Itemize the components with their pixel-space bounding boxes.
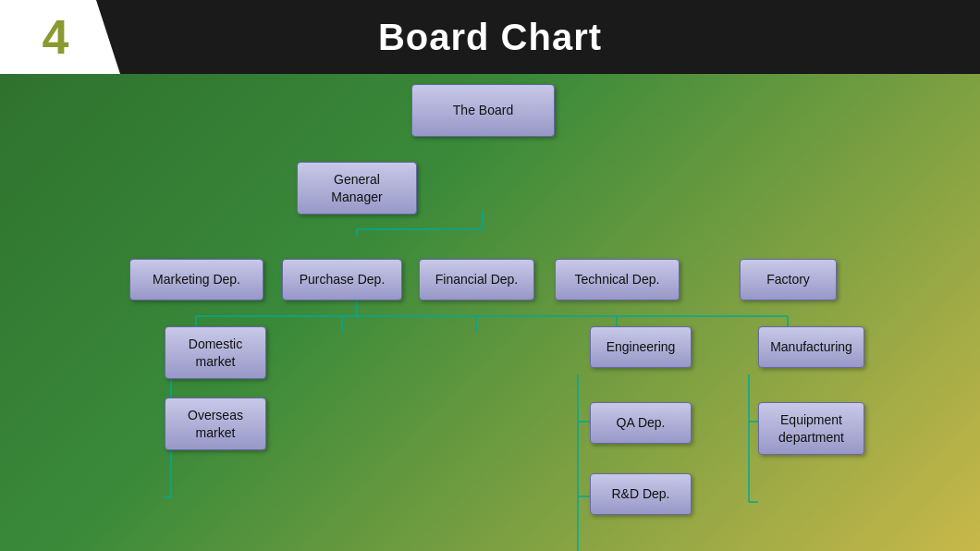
chart-area: The Board GeneralManager Marketing Dep. … [0,74,980,551]
header-bar: 4 Board Chart [0,0,980,74]
box-factory: Factory [740,259,837,300]
box-technical: Technical Dep. [555,259,680,300]
slide-number-badge: 4 [0,0,120,74]
box-qa: QA Dep. [590,402,692,444]
slide-number-text: 4 [43,9,69,65]
box-engineering: Engineering [590,326,692,368]
box-overseas: Overseasmarket [165,398,266,450]
connectors-svg [0,74,980,551]
box-general-manager: GeneralManager [297,162,417,214]
box-purchase: Purchase Dep. [282,259,402,300]
box-the-board: The Board [411,84,555,137]
box-financial: Financial Dep. [419,259,534,300]
slide: 4 Board Chart [0,0,980,551]
slide-title: Board Chart [378,17,602,58]
box-equipment: Equipmentdepartment [758,402,864,455]
box-manufacturing: Manufacturing [758,326,864,368]
box-domestic: Domesticmarket [165,326,266,379]
box-marketing: Marketing Dep. [129,259,263,300]
box-rnd: R&D Dep. [590,473,692,515]
